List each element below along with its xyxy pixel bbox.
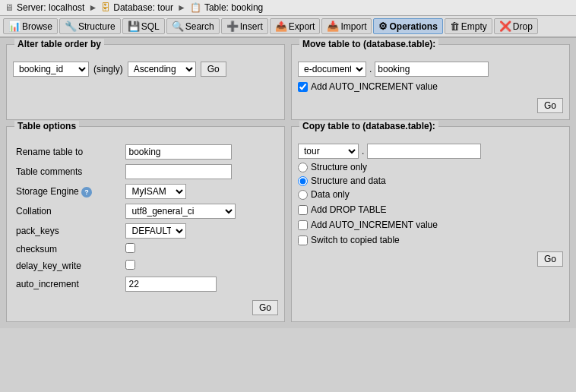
engine-help-icon[interactable]: ? <box>81 187 92 198</box>
breadcrumb: 🖥 Server: localhost ► 🗄 Database: tour ►… <box>0 0 576 16</box>
collation-row: Collation utf8_general_ci <box>13 201 278 221</box>
copy-table-panel: Copy table to (database.table): tour . S… <box>291 126 570 322</box>
engine-row: Storage Engine ? MyISAM InnoDB <box>13 182 278 201</box>
table-icon: 📋 <box>190 2 201 13</box>
move-panel-legend: Move table to (database.table): <box>299 39 438 49</box>
radio-structure-data-label: Structure and data <box>311 175 386 186</box>
toolbar: 📊 Browse 🔧 Structure 💾 SQL 🔍 Search ➕ In… <box>0 16 576 38</box>
alter-order-select[interactable]: Ascending Descending <box>128 62 196 77</box>
packkeys-select[interactable]: DEFAULT <box>125 223 186 239</box>
import-icon: 📥 <box>327 21 339 32</box>
browse-icon: 📊 <box>8 21 21 32</box>
search-icon: 🔍 <box>172 21 184 32</box>
copy-drop-label: Add DROP TABLE <box>311 204 386 215</box>
copy-switch-checkbox[interactable] <box>298 236 308 245</box>
empty-icon: 🗑 <box>450 21 460 32</box>
comments-label: Table comments <box>13 162 122 182</box>
autoincrement-input[interactable] <box>125 277 217 292</box>
copy-db-select[interactable]: tour <box>298 144 359 159</box>
packkeys-row: pack_keys DEFAULT <box>13 221 278 241</box>
delay-row: delay_key_write <box>13 258 278 274</box>
browse-button[interactable]: 📊 Browse <box>3 18 58 34</box>
move-go-button[interactable]: Go <box>537 98 563 113</box>
search-button[interactable]: 🔍 Search <box>166 18 220 34</box>
export-button[interactable]: 📤 Export <box>270 18 321 34</box>
move-auto-increment-checkbox[interactable] <box>298 82 308 92</box>
sep1: ► <box>88 2 97 13</box>
server-icon: 🖥 <box>5 2 14 13</box>
copy-table-input[interactable] <box>367 144 481 159</box>
comments-row: Table comments <box>13 162 278 182</box>
copy-auto-label: Add AUTO_INCREMENT value <box>311 220 438 230</box>
radio-data-only[interactable] <box>298 190 308 200</box>
alter-go-button[interactable]: Go <box>201 62 226 77</box>
alter-table-panel: Alter table order by booking_id (singly)… <box>6 44 285 120</box>
packkeys-label: pack_keys <box>13 221 122 241</box>
server-label: Server: localhost <box>17 2 84 13</box>
copy-switch-label: Switch to copied table <box>311 235 400 245</box>
move-table-input[interactable] <box>375 62 489 77</box>
tableopts-go-button[interactable]: Go <box>252 300 278 315</box>
copy-drop-checkbox[interactable] <box>298 205 308 215</box>
db-icon: 🗄 <box>101 2 110 13</box>
copy-auto-checkbox[interactable] <box>298 220 308 230</box>
copy-panel-legend: Copy table to (database.table): <box>299 121 438 131</box>
structure-button[interactable]: 🔧 Structure <box>59 18 121 34</box>
engine-select[interactable]: MyISAM InnoDB <box>125 184 186 199</box>
singly-label: (singly) <box>93 64 123 74</box>
operations-button[interactable]: ⚙ Operations <box>373 18 442 34</box>
drop-button[interactable]: ❌ Drop <box>494 18 538 34</box>
export-icon: 📤 <box>275 21 287 32</box>
radio-structure-data[interactable] <box>298 176 308 186</box>
checksum-row: checksum <box>13 241 278 258</box>
rename-input[interactable] <box>125 144 232 160</box>
insert-icon: ➕ <box>226 21 239 32</box>
copy-dot: . <box>362 146 364 156</box>
delay-label: delay_key_write <box>13 258 122 274</box>
alter-column-select[interactable]: booking_id <box>13 62 89 77</box>
radio-data-only-label: Data only <box>311 189 350 200</box>
insert-button[interactable]: ➕ Insert <box>221 18 268 34</box>
copy-go-button[interactable]: Go <box>537 251 563 267</box>
move-db-select[interactable]: e-document <box>298 62 366 77</box>
sep2: ► <box>177 2 186 13</box>
alter-panel-legend: Alter table order by <box>14 39 104 49</box>
radio-structure-only[interactable] <box>298 163 308 172</box>
autoincrement-label: auto_increment <box>13 274 122 294</box>
autoincrement-row: auto_increment <box>13 274 278 294</box>
empty-button[interactable]: 🗑 Empty <box>445 18 492 34</box>
import-button[interactable]: 📥 Import <box>321 18 372 34</box>
radio-structure-only-label: Structure only <box>311 162 367 172</box>
db-label: Database: tour <box>113 2 173 13</box>
move-auto-increment-label: Add AUTO_INCREMENT value <box>311 81 438 92</box>
operations-icon: ⚙ <box>378 21 388 32</box>
collation-label: Collation <box>13 201 122 221</box>
move-table-panel: Move table to (database.table): e-docume… <box>291 44 570 120</box>
comments-input[interactable] <box>125 164 232 179</box>
checksum-label: checksum <box>13 241 122 258</box>
move-dot: . <box>369 64 372 74</box>
sql-button[interactable]: 💾 SQL <box>122 18 165 34</box>
sql-icon: 💾 <box>128 21 140 32</box>
structure-icon: 🔧 <box>65 21 77 32</box>
checksum-checkbox[interactable] <box>125 243 135 253</box>
rename-row: Rename table to <box>13 142 278 162</box>
table-options-legend: Table options <box>14 121 79 131</box>
rename-label: Rename table to <box>13 142 122 162</box>
collation-select[interactable]: utf8_general_ci <box>125 204 236 219</box>
engine-label: Storage Engine <box>16 186 79 197</box>
table-options-panel: Table options Rename table to Table comm… <box>6 126 285 322</box>
delay-checkbox[interactable] <box>125 260 135 270</box>
drop-icon: ❌ <box>499 21 511 32</box>
table-label: Table: booking <box>204 2 263 13</box>
